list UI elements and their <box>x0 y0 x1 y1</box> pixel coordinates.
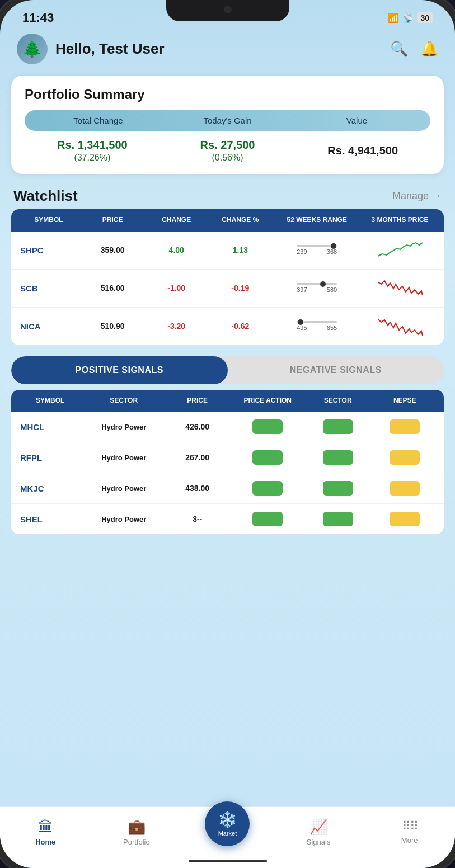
signal-sector-shel: Hydro Power <box>84 515 164 523</box>
signal-nepse-rfpl <box>371 450 438 465</box>
scroll-content[interactable]: 🌲 Hello, Test User 🔍 🔔 Portfolio Summary… <box>0 28 455 868</box>
nav-signals-label: Signals <box>307 838 331 846</box>
list-item[interactable]: SHEL Hydro Power 3-- <box>11 504 444 534</box>
col-value: Value <box>292 116 421 125</box>
signal-nepse-shel <box>371 512 438 526</box>
avatar: 🌲 <box>17 34 48 64</box>
todays-gain-percent: (0.56%) <box>160 153 295 163</box>
portfolio-value-total: Rs. 4,941,500 <box>295 144 430 157</box>
total-change-value: Rs. 1,341,500 (37.26%) <box>25 139 160 163</box>
sth-price: PRICE <box>164 397 231 405</box>
notification-icon[interactable]: 🔔 <box>420 40 438 58</box>
phone-frame: 11:43 📶 📡 30 🌲 Hello, Test User 🔍 🔔 <box>0 0 455 868</box>
signal-sector-badge-shel <box>304 512 372 526</box>
app-header: 🌲 Hello, Test User 🔍 🔔 <box>0 28 455 70</box>
range-nica: 495655 <box>272 321 362 331</box>
nav-market[interactable]: ❄️ Market <box>182 818 273 846</box>
col-todays-gain: Today's Gain <box>163 116 292 125</box>
portfolio-title: Portfolio Summary <box>25 87 430 102</box>
signal-price-rfpl: 267.00 <box>164 453 231 462</box>
symbol-shpc: SHPC <box>17 246 81 255</box>
range-scb: 397580 <box>272 283 362 293</box>
table-row[interactable]: SCB 516.00 -1.00 -0.19 397580 <box>11 270 444 308</box>
changepct-scb: -0.19 <box>208 284 272 293</box>
nav-signals[interactable]: 📈 Signals <box>273 818 364 846</box>
sth-symbol: SYMBOL <box>17 397 84 405</box>
changepct-shpc: 1.13 <box>208 246 272 254</box>
signal-nepse-mkjc <box>371 481 438 496</box>
signal-sector-badge-rfpl <box>304 450 372 465</box>
market-fab-label: Market <box>218 830 237 837</box>
th-3months: 3 MONTHS PRICE <box>362 216 438 225</box>
chart-shpc <box>362 238 438 262</box>
chart-scb <box>362 276 438 300</box>
change-shpc: 4.00 <box>144 246 208 254</box>
th-change: CHANGE <box>144 216 208 225</box>
header-greeting: Hello, Test User <box>55 40 382 58</box>
signal-sector-badge-mkjc <box>304 481 372 496</box>
change-nica: -3.20 <box>144 322 208 331</box>
portfolio-card: Portfolio Summary Total Change Today's G… <box>11 76 444 174</box>
total-change-amount: Rs. 1,341,500 <box>25 139 160 152</box>
th-symbol: SYMBOL <box>17 216 81 225</box>
signal-symbol-shel: SHEL <box>17 515 84 524</box>
battery-label: 30 <box>417 12 433 23</box>
nav-home-label: Home <box>35 838 55 846</box>
col-total-change: Total Change <box>34 116 163 125</box>
signal-pa-mhcl <box>231 419 304 434</box>
status-icons: 📶 📡 30 <box>388 12 433 23</box>
portfolio-value-amount: Rs. 4,941,500 <box>295 144 430 157</box>
signal-pa-rfpl <box>231 450 304 465</box>
signals-toggle: POSITIVE SIGNALS NEGATIVE SIGNALS <box>11 356 444 384</box>
changepct-nica: -0.62 <box>208 322 272 331</box>
th-price: PRICE <box>81 216 144 225</box>
signal-sector-mhcl: Hydro Power <box>84 423 164 431</box>
sth-sector: SECTOR <box>84 397 164 405</box>
market-fab[interactable]: ❄️ Market <box>205 801 250 846</box>
avatar-icon: 🌲 <box>22 40 42 58</box>
signal-price-shel: 3-- <box>164 515 231 523</box>
watchlist-table: SYMBOL PRICE CHANGE CHANGE % 52 WEEKS RA… <box>11 209 444 345</box>
price-nica: 510.90 <box>81 322 144 331</box>
nav-more-label: More <box>401 836 418 845</box>
list-item[interactable]: MHCL Hydro Power 426.00 <box>11 412 444 442</box>
table-row[interactable]: SHPC 359.00 4.00 1.13 239368 <box>11 232 444 270</box>
th-52weeks: 52 WEEKS RANGE <box>272 216 362 225</box>
price-scb: 516.00 <box>81 284 144 293</box>
portfolio-header-row: Total Change Today's Gain Value <box>25 110 430 131</box>
watchlist-section-header: Watchlist Manage → <box>0 180 455 209</box>
nav-more[interactable]: ⠿⠿ More <box>364 819 455 845</box>
signal-sector-badge-mhcl <box>304 419 372 434</box>
table-row[interactable]: NICA 510.90 -3.20 -0.62 495655 <box>11 308 444 345</box>
nav-portfolio[interactable]: 💼 Portfolio <box>91 818 182 846</box>
th-change-pct: CHANGE % <box>208 216 272 225</box>
negative-signals-tab[interactable]: NEGATIVE SIGNALS <box>228 356 444 384</box>
signal-nepse-mhcl <box>371 419 438 434</box>
list-item[interactable]: RFPL Hydro Power 267.00 <box>11 442 444 473</box>
range-shpc: 239368 <box>272 245 362 255</box>
nav-portfolio-label: Portfolio <box>123 838 150 846</box>
search-icon[interactable]: 🔍 <box>390 40 408 58</box>
total-change-percent: (37.26%) <box>25 153 160 163</box>
bottom-nav: 🏛 Home 💼 Portfolio ❄️ Market 📈 Signals ⠿… <box>0 806 455 868</box>
nav-home[interactable]: 🏛 Home <box>0 818 91 846</box>
signal-pa-mkjc <box>231 481 304 496</box>
watchlist-table-header: SYMBOL PRICE CHANGE CHANGE % 52 WEEKS RA… <box>11 209 444 232</box>
watchlist-title: Watchlist <box>13 187 78 205</box>
todays-gain-value: Rs. 27,500 (0.56%) <box>160 139 295 163</box>
signal-symbol-rfpl: RFPL <box>17 453 84 463</box>
notch <box>166 0 289 21</box>
symbol-nica: NICA <box>17 322 81 331</box>
wifi-icon: 📡 <box>402 13 414 23</box>
positive-signals-tab[interactable]: POSITIVE SIGNALS <box>11 356 228 384</box>
symbol-scb: SCB <box>17 284 81 293</box>
list-item[interactable]: MKJC Hydro Power 438.00 <box>11 473 444 504</box>
signal-price-mhcl: 426.00 <box>164 422 231 431</box>
phone-screen: 11:43 📶 📡 30 🌲 Hello, Test User 🔍 🔔 <box>0 0 455 868</box>
price-shpc: 359.00 <box>81 246 144 254</box>
chart-nica <box>362 314 438 338</box>
signals-icon: 📈 <box>309 818 327 836</box>
home-icon: 🏛 <box>38 818 53 836</box>
signal-price-mkjc: 438.00 <box>164 484 231 493</box>
manage-button[interactable]: Manage → <box>392 190 442 202</box>
